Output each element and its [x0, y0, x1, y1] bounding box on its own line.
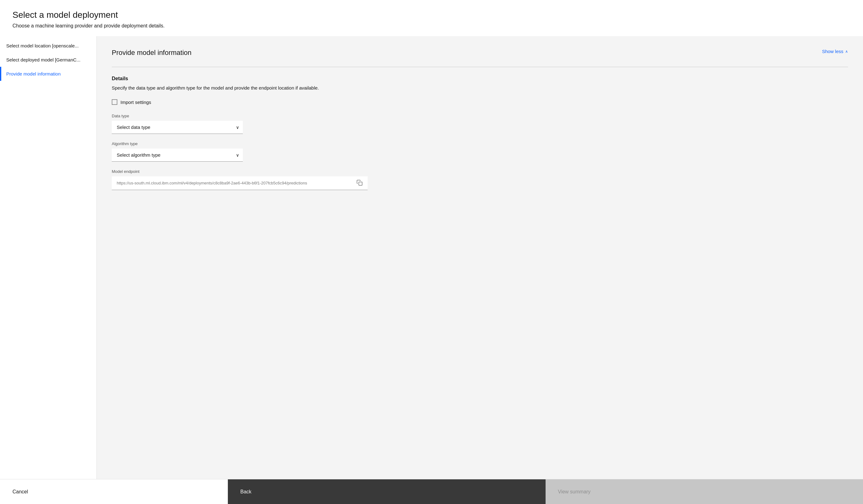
svg-rect-0	[359, 182, 362, 185]
sidebar-item-provide-model-information[interactable]: Provide model information	[0, 67, 97, 81]
view-summary-button[interactable]: View summary	[546, 479, 863, 504]
back-button[interactable]: Back	[228, 479, 546, 504]
page-header: Select a model deployment Choose a machi…	[0, 0, 863, 36]
view-summary-label: View summary	[558, 489, 591, 495]
content-panel-title: Provide model information	[112, 49, 192, 57]
chevron-up-icon: ∧	[845, 49, 848, 54]
algorithm-type-select[interactable]: Select algorithm type	[112, 149, 243, 162]
sidebar-item-select-deployed-model[interactable]: Select deployed model [GermanC...	[0, 53, 97, 67]
main-content: Select model location [openscale... Sele…	[0, 36, 863, 479]
algorithm-type-group: Algorithm type Select algorithm type ∨	[112, 141, 848, 162]
cancel-label: Cancel	[12, 489, 28, 495]
algorithm-type-label: Algorithm type	[112, 141, 848, 146]
details-description: Specify the data type and algorithm type…	[112, 85, 848, 90]
section-divider	[112, 67, 848, 67]
endpoint-input-wrapper	[112, 176, 368, 190]
content-panel: Provide model information Show less ∧ De…	[97, 36, 863, 210]
data-type-group: Data type Select data type ∨	[112, 114, 848, 134]
sidebar: Select model location [openscale... Sele…	[0, 36, 97, 479]
page-title: Select a model deployment	[12, 10, 851, 20]
show-less-button[interactable]: Show less ∧	[822, 49, 848, 54]
data-type-select-wrapper: Select data type ∨	[112, 121, 243, 134]
data-type-select[interactable]: Select data type	[112, 121, 243, 134]
import-settings-row: Import settings	[112, 99, 848, 105]
sidebar-item-select-model-location[interactable]: Select model location [openscale...	[0, 39, 97, 53]
footer: Cancel Back View summary	[0, 479, 863, 504]
cancel-button[interactable]: Cancel	[0, 479, 228, 504]
details-section: Details Specify the data type and algori…	[112, 76, 848, 90]
data-type-label: Data type	[112, 114, 848, 118]
show-less-label: Show less	[822, 49, 843, 54]
page-subtitle: Choose a machine learning provider and p…	[12, 23, 851, 29]
content-area: Provide model information Show less ∧ De…	[97, 36, 863, 479]
content-header: Provide model information Show less ∧	[112, 49, 848, 57]
details-label: Details	[112, 76, 848, 81]
copy-icon	[357, 180, 363, 186]
copy-button[interactable]	[355, 178, 364, 188]
model-endpoint-input[interactable]	[112, 176, 368, 190]
model-endpoint-group: Model endpoint	[112, 169, 848, 190]
import-settings-label: Import settings	[121, 100, 151, 105]
import-settings-checkbox[interactable]	[112, 99, 117, 105]
algorithm-type-select-wrapper: Select algorithm type ∨	[112, 149, 243, 162]
model-endpoint-label: Model endpoint	[112, 169, 848, 174]
back-label: Back	[240, 489, 252, 495]
